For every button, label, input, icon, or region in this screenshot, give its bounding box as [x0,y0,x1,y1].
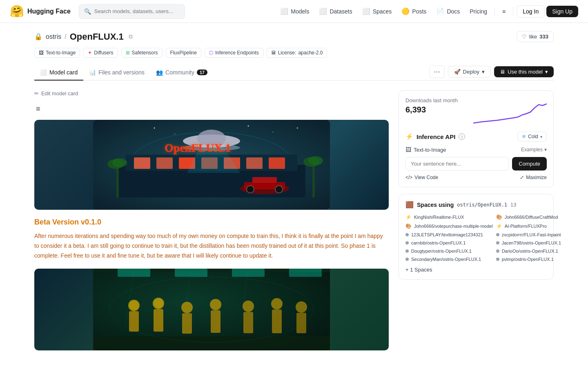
tabs-row: ⬜ Model card 📊 Files and versions 👥 Comm… [34,65,554,81]
model-name: OpenFLUX.1 [70,31,124,42]
nav-links: ⬜ Models ⬜ Datasets ⬜ Spaces 🟡 Posts 📄 D… [276,5,578,18]
svg-point-47 [154,299,163,308]
space-icon-4: ⚡ [496,223,502,229]
space-dot-6 [496,233,499,236]
brand-emoji: 🤗 [10,4,24,18]
space-dot-11 [405,258,409,261]
inference-input-row: Compute [405,157,547,171]
hero-image-1: OpenFLUX.1 OpenFLUX.1 [34,120,389,210]
main-container: 🔒 ostris / OpenFLUX.1 ⧉ ♡ like 333 🖼 Tex… [24,23,564,359]
compute-button[interactable]: Compute [512,157,547,171]
hamburger-icon[interactable]: ≡ [34,103,42,115]
tab-model-card-icon: ⬜ [40,69,47,76]
nav-spaces[interactable]: ⬜ Spaces [358,5,396,18]
login-button[interactable]: Log In [517,5,545,18]
svg-point-32 [297,128,298,129]
tag-fluxpipeline[interactable]: FluxPipeline [166,48,201,58]
slash: / [65,33,66,40]
task-row: 🖼 Text-to-Image Examples ▾ [405,146,547,153]
space-item-12[interactable]: pvtmp/ostris-OpenFLUX.1 [496,257,561,262]
space-item-11[interactable]: SecondaryMan/ostris-OpenFLUX.1 [405,257,493,262]
svg-point-50 [210,299,221,310]
model-header: 🔒 ostris / OpenFLUX.1 ⧉ ♡ like 333 [34,31,554,42]
nav-posts[interactable]: 🟡 Posts [397,5,430,18]
nav-models[interactable]: ⬜ Models [276,5,313,18]
nav-divider-2 [513,7,513,16]
beta-version-title: Beta Version v0.1.0 [34,218,389,227]
svg-rect-17 [252,177,277,183]
svg-point-18 [247,186,254,193]
space-item-4[interactable]: ⚡ AI-Platform/FLUXPro [496,223,561,229]
nav-pricing[interactable]: Pricing [466,6,491,17]
tag-inference-endpoints[interactable]: ⬡ Inference Endpoints [205,48,263,58]
svg-point-27 [308,156,323,165]
space-item-5[interactable]: 123LETSPLAY/texttoimage1234321 [405,232,493,237]
more-options-button[interactable]: ⋯ [429,65,445,78]
deploy-button[interactable]: 🚀 Deploy ▾ [448,66,491,78]
space-item-6[interactable]: zxcpidorrrr/FLUX-Fast-Inpaint [496,232,561,237]
cold-badge[interactable]: ❄ Cold ▾ [517,132,547,141]
docs-icon: 📄 [436,7,444,15]
nav-divider [494,7,495,16]
examples-button[interactable]: Examples ▾ [521,147,547,153]
tag-diffusers[interactable]: ✦ Diffusers [83,48,118,58]
more-icon: ≡ [502,8,506,15]
svg-rect-4 [134,157,150,169]
rocket-icon: 🚀 [454,69,461,75]
heart-icon: ♡ [522,34,527,40]
search-input[interactable] [94,8,180,14]
view-code-link[interactable]: </> View Code [405,175,438,180]
search-icon: 🔍 [84,8,91,15]
tag-safe-icon: ⊞ [126,50,130,56]
space-item-3[interactable]: 🎨 John6666/votepurchase-multiple-model [405,223,493,229]
tab-community[interactable]: 👥 Community 17 [150,65,213,81]
tab-model-card[interactable]: ⬜ Model card [34,65,83,81]
snowflake-icon: ❄ [522,134,526,139]
space-item-10[interactable]: DarioOo/ostris-OpenFLUX.1 [496,249,561,254]
svg-point-24 [112,158,127,167]
inference-input[interactable] [405,157,509,171]
space-item-1[interactable]: ⚡ KingNish/Realtime-FLUX [405,214,493,220]
tag-text-to-image[interactable]: 🖼 Text-to-Image [34,48,80,58]
more-spaces-link[interactable]: + 1 Spaces [405,267,547,273]
chevron-down-icon-2: ▾ [545,69,548,75]
nav-docs[interactable]: 📄 Docs [432,5,464,18]
svg-rect-9 [246,157,263,169]
monitor-icon: 🖥 [500,69,505,75]
inference-footer: </> View Code ⤢ Maximize [405,175,547,180]
downloads-chart [473,101,547,125]
nav-datasets[interactable]: ⬜ Datasets [315,5,356,18]
space-item-8[interactable]: JacenT98/ostris-OpenFLUX.1 [496,240,561,245]
license-icon: 🏛 [271,50,276,56]
tab-community-icon: 👥 [156,69,163,76]
tag-safetensors[interactable]: ⊞ Safetensors [121,48,163,58]
like-button[interactable]: ♡ like 333 [517,31,554,42]
space-dot-7 [405,241,409,245]
model-owner[interactable]: ostris [46,33,61,40]
svg-text:OpenFLUX.1: OpenFLUX.1 [165,141,231,154]
maximize-icon: ⤢ [520,175,524,180]
signup-button[interactable]: Sign Up [546,6,578,17]
svg-rect-49 [182,313,192,334]
svg-rect-37 [232,269,265,277]
search-box[interactable]: 🔍 [79,4,185,19]
edit-model-card-link[interactable]: ✏ Edit model card [34,90,389,96]
spaces-icon: ⬜ [362,7,370,15]
spaces-title: Spaces using [417,202,454,208]
space-dot-9 [405,249,409,253]
svg-point-48 [181,302,193,313]
space-item-7[interactable]: carnbib/ostris-OpenFLUX.1 [405,240,493,245]
maximize-link[interactable]: ⤢ Maximize [520,175,547,180]
copy-icon[interactable]: ⧉ [127,31,134,42]
space-item-2[interactable]: 🎨 John6666/DiffuseCraftMod [496,214,561,220]
brand-logo[interactable]: 🤗 Hugging Face [10,4,71,18]
downloads-label: Downloads last month [405,97,458,103]
use-model-button[interactable]: 🖥 Use this model ▾ [494,66,554,77]
info-icon[interactable]: i [459,133,465,140]
space-icon-1: ⚡ [405,214,412,220]
space-item-9[interactable]: Dougtyper/ostris-OpenFLUX.1 [405,249,493,254]
space-dot-12 [496,258,499,261]
tab-files-versions[interactable]: 📊 Files and versions [83,65,150,81]
nav-more[interactable]: ≡ [498,6,510,17]
svg-point-56 [296,301,307,313]
